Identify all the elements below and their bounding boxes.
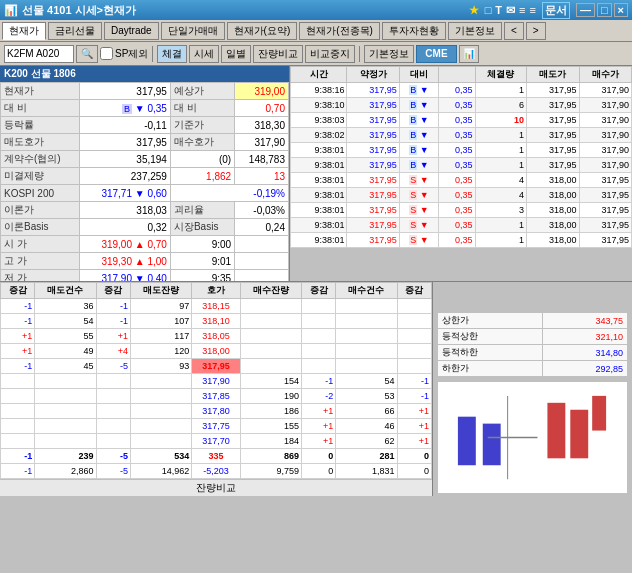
menu-bar: 현재가 금리선물 Daytrade 단일가매매 현재가(요약) 현재가(전종목)… — [0, 20, 632, 42]
mail-icon[interactable]: ✉ — [506, 4, 515, 17]
star-icon[interactable]: ★ — [469, 4, 479, 17]
table-row: 9:38:10 317,95 B ▼ 0,35 6 317,95 317,90 — [291, 98, 632, 113]
cell-buy: 317,90 — [579, 158, 631, 173]
tab-single-price[interactable]: 단일가매매 — [161, 22, 225, 40]
cell-sell-vol: 120 — [130, 344, 191, 359]
cell-sell-cnt — [35, 404, 96, 419]
table-header-row: 시간 약정가 대비 체결량 매도가 매수가 — [291, 67, 632, 83]
cell-sell: 317,95 — [527, 98, 579, 113]
label-kospi: KOSPI 200 — [1, 185, 80, 202]
cell-price: 317,70 — [192, 434, 241, 449]
sp-exclude-checkbox-label: SP제외 — [100, 47, 148, 61]
btn-daily[interactable]: 일별 — [221, 45, 251, 63]
cell-price: 317,95 — [347, 218, 399, 233]
cell-inc1 — [1, 404, 35, 419]
maximize-btn[interactable]: □ — [597, 3, 612, 17]
left-panel: K200 선물 1806 현재가 317,95 예상가 319,00 대 비 B… — [0, 66, 290, 281]
cell-time: 9:38:01 — [291, 173, 347, 188]
cell-vol: 4 — [475, 173, 527, 188]
cell-inc2 — [96, 419, 130, 434]
btn-chart[interactable]: 📊 — [459, 45, 479, 63]
cell-price: 318,00 — [192, 344, 241, 359]
search-button[interactable]: 🔍 — [76, 45, 98, 63]
table-row: 현재가 317,95 예상가 319,00 — [1, 83, 289, 100]
cell-inc4 — [397, 344, 431, 359]
tab-next[interactable]: > — [526, 22, 546, 40]
tab-prev[interactable]: < — [504, 22, 524, 40]
cell-buy-vol: 184 — [240, 434, 301, 449]
mini-chart — [437, 381, 628, 494]
btn-basic-info[interactable]: 기본정보 — [364, 45, 414, 63]
cell-sell-cnt: 49 — [35, 344, 96, 359]
cell-sell: 318,00 — [527, 203, 579, 218]
doc-icon[interactable]: 문서 — [542, 2, 570, 19]
info-table: 현재가 317,95 예상가 319,00 대 비 B ▼ 0,35 대 비 0… — [0, 82, 289, 287]
cell-buy-vol: 155 — [240, 419, 301, 434]
tab-summary[interactable]: 현재가(요약) — [227, 22, 298, 40]
cell-inc3: +1 — [301, 404, 335, 419]
label-theory: 이론가 — [1, 202, 80, 219]
cell-inc4 — [397, 359, 431, 374]
sp-exclude-checkbox[interactable] — [100, 47, 113, 60]
minimize-btn[interactable]: — — [576, 3, 595, 17]
cell-sell-vol — [130, 374, 191, 389]
tab-all[interactable]: 현재가(전종목) — [299, 22, 380, 40]
cell-inc3: -2 — [301, 389, 335, 404]
table-row: 등적상한 321,10 — [438, 329, 628, 345]
cell-buy-cnt — [336, 314, 397, 329]
cell-price: 317,85 — [192, 389, 241, 404]
total2-price: -5,203 — [192, 464, 241, 479]
toolbar: 🔍 SP제외 체결 시세 일별 잔량비교 비교중지 기본정보 CME 📊 — [0, 42, 632, 66]
title-bar-left: 📊 선물 4101 시세>현재가 — [4, 3, 136, 18]
order-row: 317,70 184 +1 62 +1 — [1, 434, 432, 449]
btn-settlement[interactable]: 체결 — [157, 45, 187, 63]
cell-sell-cnt — [35, 374, 96, 389]
list-icon[interactable]: ≡ — [529, 4, 535, 16]
upper-area: K200 선물 1806 현재가 317,95 예상가 319,00 대 비 B… — [0, 66, 632, 281]
close-btn[interactable]: × — [614, 3, 628, 17]
tab-interest-futures[interactable]: 금리선물 — [48, 22, 102, 40]
val-high-empty — [235, 253, 289, 270]
cell-diff: 0,35 — [439, 83, 475, 98]
tab-remain-compare[interactable]: 잔량비교 — [196, 482, 236, 493]
tab-current-price[interactable]: 현재가 — [2, 22, 46, 40]
cell-price: 318,15 — [192, 299, 241, 314]
tab-investor[interactable]: 투자자현황 — [382, 22, 446, 40]
btn-remain-compare[interactable]: 잔량비교 — [253, 45, 303, 63]
col-inc1: 증감 — [1, 283, 35, 299]
val-open-empty — [235, 236, 289, 253]
cell-inc1 — [1, 389, 35, 404]
order-book-table: 증감 매도건수 증감 매도잔량 호가 매수잔량 증감 매수건수 증감 -1 36 — [0, 282, 432, 479]
val-lower: 292,85 — [542, 361, 627, 377]
menu-icon[interactable]: ≡ — [519, 4, 525, 16]
val-current-price: 317,95 — [80, 83, 170, 100]
val-change2: 0,70 — [235, 100, 289, 117]
cell-buy: 317,95 — [579, 173, 631, 188]
symbol-input[interactable] — [4, 45, 74, 63]
total2-sell-cnt: 2,860 — [35, 464, 96, 479]
cell-price: 318,05 — [192, 329, 241, 344]
val-rate: -0,11 — [80, 117, 170, 134]
total-price: 335 — [192, 449, 241, 464]
col-inc3: 증감 — [301, 283, 335, 299]
cell-buy: 317,90 — [579, 128, 631, 143]
cell-badge: B ▼ — [399, 143, 438, 158]
cell-inc2: -5 — [96, 359, 130, 374]
cell-buy-cnt — [336, 344, 397, 359]
btn-quote[interactable]: 시세 — [189, 45, 219, 63]
tab-daytrade[interactable]: Daytrade — [104, 22, 159, 40]
table-row: 미결제량 237,259 1,862 13 — [1, 168, 289, 185]
btn-compare-stop[interactable]: 비교중지 — [305, 45, 355, 63]
val-high: 319,30 ▲ 1,00 — [80, 253, 170, 270]
cell-buy: 317,90 — [579, 98, 631, 113]
label-open: 시 가 — [1, 236, 80, 253]
tab-basic-info[interactable]: 기본정보 — [448, 22, 502, 40]
copy-icon[interactable]: □ — [485, 4, 492, 16]
cell-inc1: +1 — [1, 344, 35, 359]
cell-price: 317,95 — [347, 188, 399, 203]
btn-cme[interactable]: CME — [416, 45, 456, 63]
table-row: 고 가 319,30 ▲ 1,00 9:01 — [1, 253, 289, 270]
val-high-time: 9:01 — [170, 253, 234, 270]
font-icon[interactable]: T — [495, 4, 502, 16]
cell-inc1: +1 — [1, 329, 35, 344]
